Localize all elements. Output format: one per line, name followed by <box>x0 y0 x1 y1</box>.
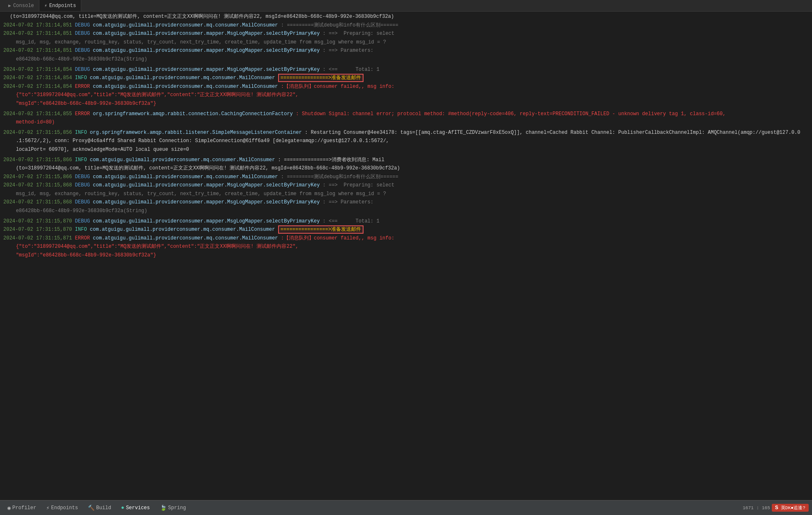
bottom-tool-profiler[interactable]: ◉ Profiler <box>3 503 40 513</box>
log-line: 2024-07-02 17:31:15,870 INFO com.atguigu… <box>0 225 812 234</box>
endpoints-label: Endpoints <box>51 505 78 511</box>
log-line: "msgId":"e86428bb-668c-48b9-992e-36830b9… <box>0 251 812 260</box>
profiler-label: Profiler <box>12 505 36 511</box>
bottom-tool-spring[interactable]: 🍃 Spring <box>156 503 190 513</box>
status-widget[interactable]: S 英DK●追逢? <box>772 504 809 512</box>
log-line: localPort= 60970], acknowledgeMode=AUTO … <box>0 145 812 154</box>
bottom-toolbar: ◉ Profiler ⚡ Endpoints 🔨 Build ● Service… <box>0 500 812 515</box>
log-line: 2024-07-02 17:31:14,851 DEBUG com.atguig… <box>0 46 812 55</box>
bottom-tool-endpoints[interactable]: ⚡ Endpoints <box>42 503 82 513</box>
log-line: "msgId":"e86428bb-668c-48b9-992e-36830b9… <box>0 99 812 108</box>
log-line: 2024-07-02 17:31:15,868 DEBUG com.atguig… <box>0 181 812 190</box>
widget-s-label: S <box>775 505 778 511</box>
log-line: 2024-07-02 17:31:14,854 ERROR com.atguig… <box>0 82 812 91</box>
build-icon: 🔨 <box>88 505 95 511</box>
log-line: .1:5672/,2), conn: Proxy@4c6a4ffd Shared… <box>0 137 812 145</box>
spring-icon: 🍃 <box>160 505 167 511</box>
log-line: 2024-07-02 17:31:14,854 DEBUG com.atguig… <box>0 65 812 74</box>
log-line: msg_id, msg, exchange, routing_key, stat… <box>0 190 812 198</box>
status-line-col: 1671 : 165 <box>743 505 770 510</box>
log-line: 2024-07-02 17:31:15,866 DEBUG com.atguig… <box>0 173 812 181</box>
log-line: (to=3189972044@qq.com, title=MQ发送的测试邮件, … <box>0 12 812 21</box>
bottom-tool-build[interactable]: 🔨 Build <box>84 503 115 513</box>
console-area[interactable]: (to=3189972044@qq.com, title=MQ发送的测试邮件, … <box>0 12 812 500</box>
log-line: {"to":"3189972044@qq.com","title":"MQ发送的… <box>0 242 812 251</box>
log-line: method-id=80) <box>0 118 812 127</box>
log-line: 2024-07-02 17:31:14,851 DEBUG com.atguig… <box>0 21 812 30</box>
log-line: 2024-07-02 17:31:14,854 INFO com.atguigu… <box>0 74 812 82</box>
tab-console[interactable]: ▶ Console <box>3 0 39 11</box>
endpoints-icon-bottom: ⚡ <box>46 505 49 511</box>
services-label: Services <box>126 505 150 511</box>
spring-label: Spring <box>168 505 186 511</box>
console-icon: ▶ <box>8 3 11 8</box>
log-line: (to=3189972044@qq.com, title=MQ发送的测试邮件, … <box>0 164 812 173</box>
tab-bar: ▶ Console ⚡ Endpoints <box>0 0 812 12</box>
log-line: 2024-07-02 17:31:14,851 DEBUG com.atguig… <box>0 29 812 38</box>
log-line: msg_id, msg, exchange, routing_key, stat… <box>0 38 812 47</box>
log-line: 2024-07-02 17:31:15,871 ERROR com.atguig… <box>0 234 812 243</box>
profiler-icon: ◉ <box>7 505 11 511</box>
endpoints-icon: ⚡ <box>44 3 47 8</box>
widget-text: 英DK●追逢? <box>781 505 805 511</box>
log-line: 2024-07-02 17:31:15,856 INFO org.springf… <box>0 128 812 137</box>
log-line: {"to":"3189972044@qq.com","title":"MQ发送的… <box>0 91 812 99</box>
log-line: 2024-07-02 17:31:15,868 DEBUG com.atguig… <box>0 198 812 207</box>
services-icon: ● <box>121 505 124 511</box>
log-line: 2024-07-02 17:31:14,855 ERROR org.spring… <box>0 110 812 118</box>
log-line: 2024-07-02 17:31:15,866 INFO com.atguigu… <box>0 156 812 164</box>
log-line: 2024-07-02 17:31:15,870 DEBUG com.atguig… <box>0 217 812 226</box>
build-label: Build <box>96 505 111 511</box>
bottom-tool-services[interactable]: ● Services <box>117 503 154 513</box>
tab-endpoints[interactable]: ⚡ Endpoints <box>39 0 81 11</box>
log-line: e86428bb-668c-48b9-992e-36830b9cf32a(Str… <box>0 55 812 64</box>
log-line: e86428bb-668c-48b9-992e-36830b9cf32a(Str… <box>0 207 812 215</box>
